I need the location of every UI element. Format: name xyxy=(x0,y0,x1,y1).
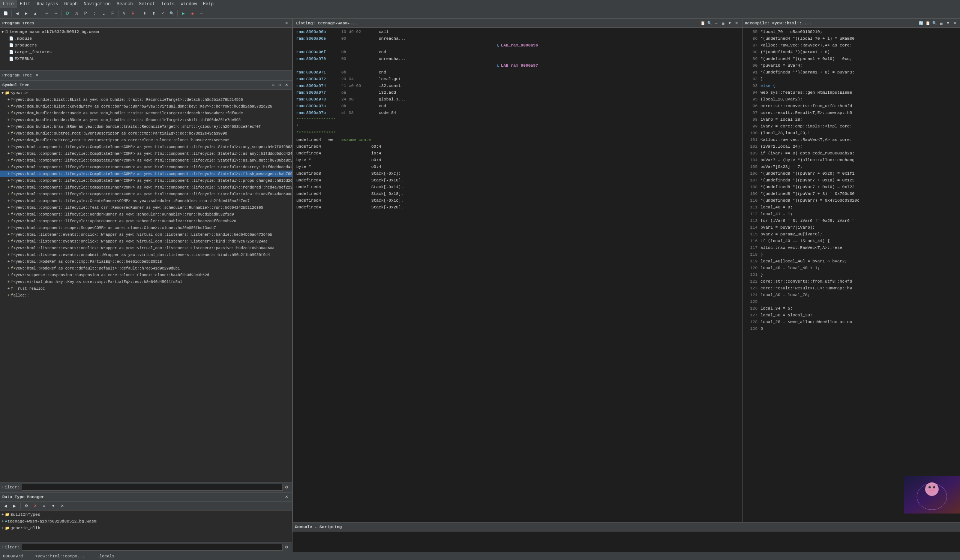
tree-symbol-11[interactable]: + f <yew::html::component::lifecycle::Co… xyxy=(0,171,292,177)
toolbar-r[interactable]: R xyxy=(129,10,137,18)
tree-symbol-5[interactable]: + f <yew::dom_bundle::subtree_root::Even… xyxy=(0,130,292,137)
dtm-icon2[interactable]: ✗ xyxy=(31,502,39,510)
dtm-item-builtin[interactable]: + 📁 BuiltInTypes xyxy=(0,511,292,518)
tree-symbol-14[interactable]: + f <yew::html::component::lifecycle::Co… xyxy=(0,191,292,198)
dtm-item-wasm[interactable]: + ● teenage-wasm-a1b7b6323d80512_bg.wasm xyxy=(0,518,292,525)
menu-search[interactable]: Search xyxy=(114,0,136,8)
tree-symbol-18[interactable]: + f <yew::html::component::lifecycle::Up… xyxy=(0,218,292,225)
tree-symbol-15[interactable]: + f <yew::html::component::lifecycle::Cr… xyxy=(0,198,292,204)
tree-symbol-22[interactable]: + f <yew::html::listener::events::onclic… xyxy=(0,245,292,252)
toolbar-export[interactable]: ⬆ xyxy=(150,10,158,18)
tree-symbol-29[interactable]: + f alloc:: xyxy=(0,292,292,299)
menu-select[interactable]: Select xyxy=(136,0,158,8)
tree-symbol-16[interactable]: + f <yew::html::component::lifecycle::fe… xyxy=(0,204,292,211)
menu-window[interactable]: Window xyxy=(178,0,200,8)
dtm-nav-back[interactable]: ◀ xyxy=(2,502,10,510)
tree-symbol-1[interactable]: + f <yew::dom_bundle::blist::KeyedEntry … xyxy=(0,103,292,110)
menu-analysis[interactable]: Analysis xyxy=(34,0,61,8)
tree-item-root[interactable]: ▼ 📁 <yew::> xyxy=(0,89,292,96)
tree-symbol-6[interactable]: + f <yew::dom_bundle::subtree_root::Even… xyxy=(0,137,292,144)
tree-item-target[interactable]: 📄 target_features xyxy=(0,49,292,56)
tree-symbol-0[interactable]: + f <yew::dom_bundle::blist::BList as ye… xyxy=(0,96,292,103)
listing-dropdown[interactable]: ▼ xyxy=(727,20,733,26)
tree-symbol-8[interactable]: + f <yew::html::component::lifecycle::Co… xyxy=(0,150,292,157)
pt-close-tab-btn[interactable]: ✕ xyxy=(34,72,40,78)
tree-symbol-27[interactable]: + f <yew::virtual_dom::key::Key as core:… xyxy=(0,279,292,285)
toolbar-up[interactable]: ▲ xyxy=(31,10,39,18)
dtm-item-generic[interactable]: + 📁 generic_clib xyxy=(0,525,292,531)
decompile-dropdown[interactable]: ▼ xyxy=(945,20,951,26)
dtm-filter-input[interactable] xyxy=(22,544,283,550)
listing-icon1[interactable]: 📋 xyxy=(700,20,706,26)
dtm-close2[interactable]: ✕ xyxy=(58,502,66,510)
decompile-icon2[interactable]: 📋 xyxy=(925,20,931,26)
dtm-filter-icon[interactable]: ⚙ xyxy=(283,544,290,550)
tree-item-external[interactable]: 📄 EXTERNAL xyxy=(0,56,292,62)
toolbar-stop[interactable]: ■ xyxy=(188,10,197,18)
toolbar-back[interactable]: ◀ xyxy=(13,10,21,18)
tree-symbol-10[interactable]: + f <yew::html::component::lifecycle::Co… xyxy=(0,164,292,171)
menu-edit[interactable]: Edit xyxy=(17,0,34,8)
st-close-btn[interactable]: ✕ xyxy=(283,82,290,88)
toolbar-new[interactable]: 📄 xyxy=(2,10,10,18)
tree-symbol-7[interactable]: + f <yew::html::component::lifecycle::Co… xyxy=(0,144,292,150)
tree-symbol-13[interactable]: + f <yew::html::component::lifecycle::Co… xyxy=(0,184,292,191)
st-icon2[interactable]: ⊖ xyxy=(277,82,283,88)
tree-symbol-25[interactable]: + f <yew::html::NodeRef as core::default… xyxy=(0,265,292,272)
listing-close-btn[interactable]: ✕ xyxy=(733,20,739,26)
toolbar-xref[interactable]: ✓ xyxy=(158,10,167,18)
tree-symbol-26[interactable]: + f <yew::suspense::suspension::Suspensi… xyxy=(0,272,292,279)
dtm-icon3[interactable]: ≡ xyxy=(40,502,48,510)
tree-symbol-20[interactable]: + f <yew::html::listener::events::onclic… xyxy=(0,231,292,238)
decompile-icon3[interactable]: 🔍 xyxy=(931,20,938,26)
decompile-icon4[interactable]: 🖨 xyxy=(938,20,944,26)
menu-graph[interactable]: Graph xyxy=(61,0,81,8)
toolbar-step[interactable]: → xyxy=(197,10,205,18)
dtm-icon4[interactable]: ▼ xyxy=(49,502,58,510)
toolbar-comment[interactable]: ; xyxy=(90,10,99,18)
dtm-icon1[interactable]: ⚙ xyxy=(22,502,30,510)
tree-symbol-19[interactable]: + f <yew::html::component::scope::Scope<… xyxy=(0,225,292,231)
symbol-tree-content[interactable]: ▼ 📁 <yew::> + f <yew::dom_bundle::blist:… xyxy=(0,89,292,482)
tree-symbol-12[interactable]: + f <yew::html::component::lifecycle::Co… xyxy=(0,177,292,184)
tree-item-producers[interactable]: 📄 producers xyxy=(0,42,292,49)
symbol-tree-filter-input[interactable] xyxy=(22,484,283,491)
toolbar-import[interactable]: ⬇ xyxy=(141,10,149,18)
toolbar-run[interactable]: ▶ xyxy=(179,10,187,18)
menu-help[interactable]: Help xyxy=(200,0,217,8)
toolbar-forward[interactable]: ▶ xyxy=(22,10,30,18)
decompile-content[interactable]: 85 *local_70 = uRam00100210; 86 *(undefi… xyxy=(742,28,960,522)
listing-content[interactable]: ram:8000a96b 10 d9 02 call ram:8000a96e … xyxy=(293,28,742,522)
listing-icon4[interactable]: 🖨 xyxy=(720,20,726,26)
st-icon1[interactable]: ⊕ xyxy=(270,82,276,88)
toolbar-patch[interactable]: P xyxy=(82,10,90,18)
tree-symbol-9[interactable]: + f <yew::html::component::lifecycle::Co… xyxy=(0,157,292,164)
tree-item-module[interactable]: 📄 .module xyxy=(0,35,292,42)
listing-icon2[interactable]: 🔍 xyxy=(707,20,712,26)
toolbar-redo[interactable]: ↪ xyxy=(52,10,60,18)
tree-symbol-4[interactable]: + f <yew::dom_bundle::braw::BRaw as yew:… xyxy=(0,123,292,130)
tree-symbol-2[interactable]: + f <yew::dom_bundle::bnode::BNode as ye… xyxy=(0,110,292,116)
tree-symbol-24[interactable]: + f <yew::html::NodeRef as core::cmp::Pa… xyxy=(0,258,292,265)
toolbar-disassemble[interactable]: 𝔸 xyxy=(72,10,81,18)
toolbar-function[interactable]: F xyxy=(108,10,117,18)
dtm-nav-forward[interactable]: ▶ xyxy=(11,502,19,510)
console-content[interactable] xyxy=(293,531,960,552)
toolbar-undo[interactable]: ↩ xyxy=(43,10,51,18)
menu-file[interactable]: File xyxy=(0,0,17,8)
menu-tools[interactable]: Tools xyxy=(158,0,178,8)
toolbar-v[interactable]: V xyxy=(120,10,128,18)
decompile-icon1[interactable]: 🔄 xyxy=(918,20,924,26)
program-trees-content[interactable]: ▼ 🗋 teenage-wasm-a1b7b6323d80512_bg.wasm… xyxy=(0,28,292,70)
listing-icon3[interactable]: → xyxy=(713,20,719,26)
toolbar-label[interactable]: L xyxy=(99,10,108,18)
tree-item-wasm[interactable]: ▼ 🗋 teenage-wasm-a1b7b6323d80512_bg.wasm xyxy=(0,29,292,35)
dtm-close-btn[interactable]: ✕ xyxy=(283,494,290,500)
decompile-close-btn[interactable]: ✕ xyxy=(952,20,958,26)
menu-navigation[interactable]: Navigation xyxy=(81,0,114,8)
toolbar-decompile[interactable]: D xyxy=(63,10,72,18)
tree-symbol-23[interactable]: + f <yew::html::listener::events::onsubm… xyxy=(0,252,292,258)
tree-symbol-17[interactable]: + f <yew::html::component::lifecycle::Re… xyxy=(0,211,292,218)
tree-symbol-21[interactable]: + f <yew::html::listener::events::onclic… xyxy=(0,238,292,245)
dtm-content[interactable]: + 📁 BuiltInTypes + ● teenage-wasm-a1b7b6… xyxy=(0,511,292,542)
